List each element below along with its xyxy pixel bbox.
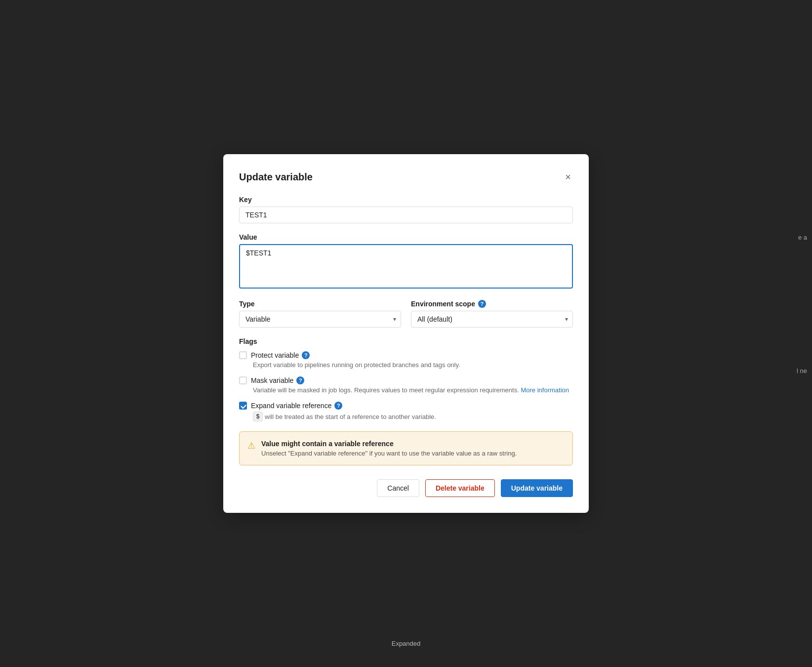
delete-variable-button[interactable]: Delete variable	[425, 479, 495, 497]
protect-variable-desc: Export variable to pipelines running on …	[253, 361, 573, 369]
key-label: Key	[239, 196, 573, 204]
modal-header: Update variable ×	[239, 170, 573, 184]
protect-variable-help-icon[interactable]: ?	[302, 351, 310, 359]
modal-overlay: e a l ne Expanded Update variable × Key …	[0, 0, 812, 667]
warning-box: ⚠ Value might contain a variable referen…	[239, 431, 573, 465]
type-label: Type	[239, 300, 401, 308]
flags-title: Flags	[239, 337, 573, 345]
mask-variable-checkbox[interactable]	[239, 376, 247, 384]
warning-desc: Unselect "Expand variable reference" if …	[261, 450, 517, 457]
protect-variable-label[interactable]: Protect variable ?	[251, 351, 310, 359]
modal-footer: Cancel Delete variable Update variable	[239, 479, 573, 497]
mask-variable-row: Mask variable ?	[239, 376, 573, 384]
modal-title: Update variable	[239, 171, 313, 183]
expand-variable-label[interactable]: Expand variable reference ?	[251, 402, 342, 410]
protect-variable-row: Protect variable ?	[239, 351, 573, 359]
dollar-badge: $	[253, 412, 263, 421]
type-env-row: Type Variable File ▾ Environment scope ?…	[239, 300, 573, 328]
env-scope-label: Environment scope	[411, 300, 475, 308]
env-scope-help-icon[interactable]: ?	[478, 300, 486, 308]
mask-variable-item: Mask variable ? Variable will be masked …	[239, 376, 573, 394]
protect-variable-checkbox[interactable]	[239, 351, 247, 359]
protect-variable-item: Protect variable ? Export variable to pi…	[239, 351, 573, 369]
bg-hint-top: e a	[798, 234, 807, 241]
update-variable-button[interactable]: Update variable	[501, 479, 573, 497]
bg-hint-bottom: Expanded	[392, 640, 421, 647]
key-input[interactable]	[239, 207, 573, 223]
value-label: Value	[239, 233, 573, 241]
mask-variable-desc: Variable will be masked in job logs. Req…	[253, 386, 573, 394]
type-col: Type Variable File ▾	[239, 300, 401, 328]
expand-variable-help-icon[interactable]: ?	[334, 402, 342, 410]
type-select[interactable]: Variable File	[239, 311, 401, 328]
update-variable-modal: Update variable × Key Value $TEST1 Type …	[223, 154, 589, 513]
warning-content: Value might contain a variable reference…	[261, 440, 517, 457]
close-button[interactable]: ×	[563, 170, 573, 184]
env-scope-select-wrap: All (default) production staging develop…	[411, 311, 573, 328]
expand-variable-row: Expand variable reference ?	[239, 402, 573, 410]
warning-icon: ⚠	[247, 440, 255, 457]
mask-variable-label[interactable]: Mask variable ?	[251, 376, 304, 384]
expand-variable-checkbox[interactable]	[239, 402, 247, 410]
env-scope-select[interactable]: All (default) production staging develop…	[411, 311, 573, 328]
env-scope-col: Environment scope ? All (default) produc…	[411, 300, 573, 328]
cancel-button[interactable]: Cancel	[377, 479, 419, 497]
more-information-link[interactable]: More information	[521, 386, 569, 394]
type-select-wrap: Variable File ▾	[239, 311, 401, 328]
mask-variable-help-icon[interactable]: ?	[296, 376, 304, 384]
value-field-group: Value $TEST1	[239, 233, 573, 290]
key-field-group: Key	[239, 196, 573, 223]
expand-variable-desc: $ will be treated as the start of a refe…	[253, 412, 573, 421]
warning-title: Value might contain a variable reference	[261, 440, 517, 448]
flags-section: Flags Protect variable ? Export variable…	[239, 337, 573, 421]
bg-hint-mid: l ne	[797, 367, 807, 375]
env-scope-label-row: Environment scope ?	[411, 300, 573, 308]
value-textarea[interactable]: $TEST1	[239, 244, 573, 289]
expand-variable-item: Expand variable reference ? $ will be tr…	[239, 402, 573, 421]
